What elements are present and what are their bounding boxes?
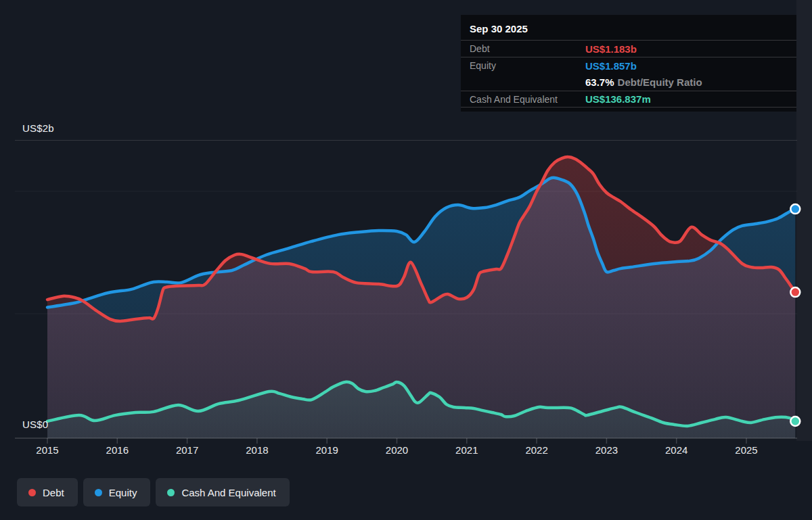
debt-equity-chart-panel: US$2b US$0 20152016201720182019202020212… [0, 0, 812, 520]
tooltip-ratio-label: Debt/Equity Ratio [618, 76, 702, 88]
legend-item-debt[interactable]: Debt [17, 478, 78, 506]
tooltip-equity-label: Equity [470, 60, 585, 71]
x-axis-year-label: 2018 [246, 444, 268, 456]
tooltip-cash-value: US$136.837m [585, 93, 651, 105]
x-axis-year-label: 2019 [316, 444, 338, 456]
tooltip-row-debt: Debt US$1.183b [461, 40, 796, 57]
tooltip-equity-value: US$1.857b [585, 60, 637, 72]
legend-cash-label: Cash And Equivalent [181, 487, 275, 498]
tooltip-row-equity: Equity US$1.857b [461, 57, 796, 74]
chart-tooltip: Sep 30 2025 Debt US$1.183b Equity US$1.8… [461, 15, 796, 112]
legend-debt-label: Debt [43, 487, 64, 498]
legend-equity-label: Equity [109, 487, 137, 498]
x-axis-year-label: 2020 [386, 444, 408, 456]
x-axis-year-label: 2021 [455, 444, 478, 456]
tooltip-row-cash: Cash And Equivalent US$136.837m [461, 91, 796, 108]
legend-item-cash[interactable]: Cash And Equivalent [156, 478, 289, 506]
x-axis-year-label: 2016 [106, 444, 129, 456]
x-axis-year-label: 2015 [36, 444, 58, 456]
tooltip-row-ratio: 63.7% Debt/Equity Ratio [461, 74, 796, 91]
y-axis-zero-label: US$0 [22, 419, 48, 430]
legend-item-equity[interactable]: Equity [83, 478, 151, 506]
x-axis-year-label: 2022 [525, 444, 547, 456]
x-axis-year-label: 2025 [735, 444, 757, 456]
tooltip-debt-value: US$1.183b [585, 43, 637, 55]
cash-dot-icon [167, 489, 175, 496]
y-axis-max-label: US$2b [22, 122, 54, 134]
x-axis-year-label: 2017 [176, 444, 198, 456]
x-axis-year-label: 2024 [665, 444, 687, 456]
equity-dot-icon [95, 489, 102, 496]
tooltip-date: Sep 30 2025 [461, 19, 796, 40]
tooltip-debt-label: Debt [470, 43, 585, 54]
tooltip-cash-label: Cash And Equivalent [470, 94, 585, 105]
chart-legend: Debt Equity Cash And Equivalent [17, 478, 290, 506]
x-axis-year-label: 2023 [595, 444, 618, 456]
debt-dot-icon [28, 489, 36, 496]
tooltip-ratio-value: 63.7% [585, 76, 614, 88]
